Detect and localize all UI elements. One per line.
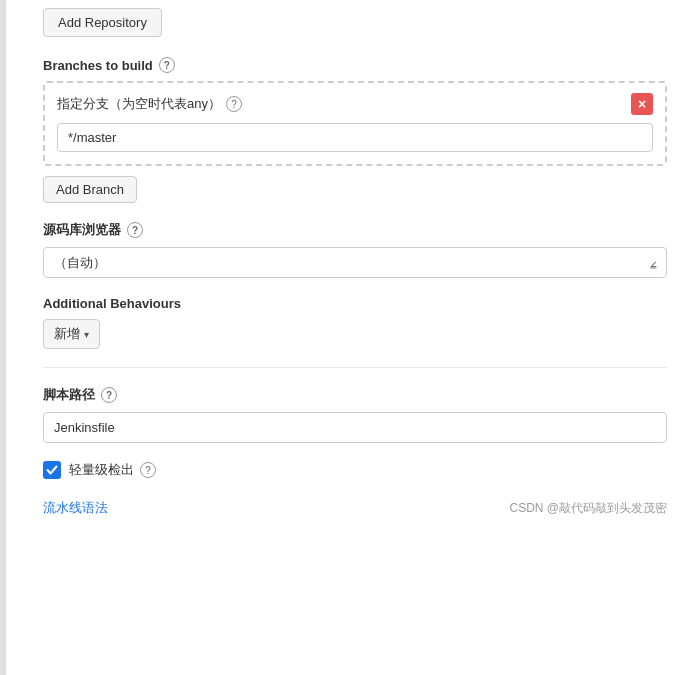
branch-specifier-help-icon[interactable]: ? (226, 96, 242, 112)
branch-row-label: 指定分支（为空时代表any） ? (57, 95, 242, 113)
separator (43, 367, 667, 368)
source-browser-select-wrapper: （自动） ⦤ (43, 247, 667, 278)
source-browser-help-icon[interactable]: ? (127, 222, 143, 238)
watermark: CSDN @敲代码敲到头发茂密 (509, 500, 667, 517)
source-browser-select[interactable]: （自动） (43, 247, 667, 278)
delete-branch-button[interactable]: × (631, 93, 653, 115)
branches-to-build-section: Branches to build ? 指定分支（为空时代表any） ? × A… (43, 57, 667, 203)
script-path-section: 脚本路径 ? (43, 386, 667, 443)
branches-label-text: Branches to build (43, 58, 153, 73)
branches-help-icon[interactable]: ? (159, 57, 175, 73)
branch-row: 指定分支（为空时代表any） ? × (57, 93, 653, 115)
source-browser-label: 源码库浏览器 ? (43, 221, 667, 239)
source-browser-section: 源码库浏览器 ? （自动） ⦤ (43, 221, 667, 278)
branch-container: 指定分支（为空时代表any） ? × (43, 81, 667, 166)
lightweight-checkout-row: 轻量级检出 ? (43, 461, 667, 479)
footer: 流水线语法 CSDN @敲代码敲到头发茂密 (43, 499, 667, 517)
source-browser-label-text: 源码库浏览器 (43, 221, 121, 239)
add-branch-button[interactable]: Add Branch (43, 176, 137, 203)
lightweight-checkout-help-icon[interactable]: ? (140, 462, 156, 478)
branches-label: Branches to build ? (43, 57, 667, 73)
new-button-wrapper: 新增 ▾ (43, 319, 100, 349)
branch-specifier-text: 指定分支（为空时代表any） (57, 95, 221, 113)
new-behaviour-label: 新增 (54, 325, 80, 343)
script-path-label-text: 脚本路径 (43, 386, 95, 404)
additional-behaviours-label: Additional Behaviours (43, 296, 667, 311)
lightweight-checkout-checkbox[interactable] (43, 461, 61, 479)
lightweight-checkout-text: 轻量级检出 (69, 461, 134, 479)
branch-input[interactable] (57, 123, 653, 152)
new-behaviour-chevron-icon: ▾ (84, 329, 89, 340)
additional-behaviours-section: Additional Behaviours 新增 ▾ (43, 296, 667, 349)
left-bar (3, 0, 6, 675)
script-path-help-icon[interactable]: ? (101, 387, 117, 403)
add-repository-button[interactable]: Add Repository (43, 8, 162, 37)
lightweight-checkout-label: 轻量级检出 ? (69, 461, 156, 479)
pipeline-syntax-link[interactable]: 流水线语法 (43, 499, 108, 517)
script-path-label: 脚本路径 ? (43, 386, 667, 404)
new-behaviour-button[interactable]: 新增 ▾ (43, 319, 100, 349)
checkmark-icon (46, 464, 58, 476)
script-path-input[interactable] (43, 412, 667, 443)
page-wrapper: Add Repository Branches to build ? 指定分支（… (0, 0, 691, 675)
